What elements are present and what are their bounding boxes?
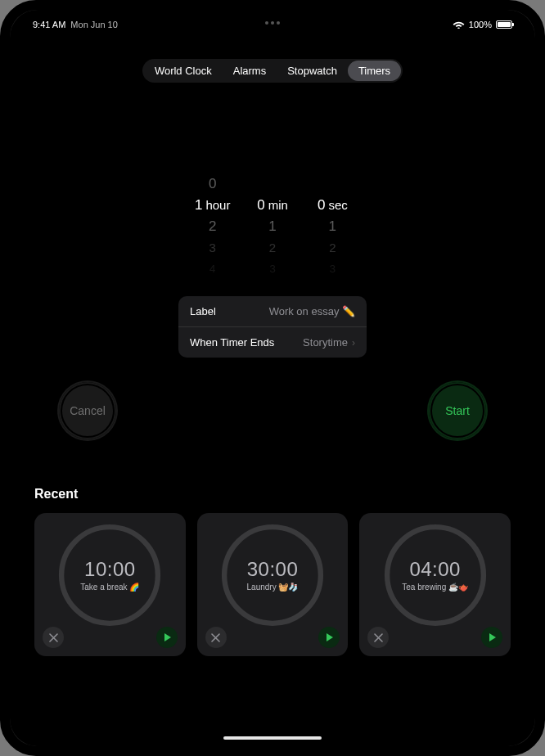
ipad-device-frame: 9:41 AM Mon Jun 10 100% World ClockAlarm…: [0, 0, 545, 756]
play-timer-button[interactable]: [318, 627, 340, 648]
recent-timer-card[interactable]: 04:00 Tea brewing ☕️🫖: [359, 513, 511, 656]
tab-bar: World ClockAlarmsStopwatchTimers: [142, 59, 403, 83]
timer-label: Take a break 🌈: [72, 583, 147, 592]
ends-title: When Timer Ends: [190, 336, 274, 349]
time-picker[interactable]: 0 1hour 2 3 4 0min 1 2 3 0sec 1: [182, 173, 363, 280]
label-title: Label: [190, 305, 216, 317]
delete-timer-button[interactable]: [205, 627, 227, 648]
delete-timer-button[interactable]: [367, 627, 389, 648]
picker-hours-column[interactable]: 0 1hour 2 3 4: [182, 173, 242, 280]
when-timer-ends-row[interactable]: When Timer Ends Storytime ›: [178, 326, 367, 358]
start-button[interactable]: Start: [429, 382, 486, 439]
timer-dial: 04:00 Tea brewing ☕️🫖: [383, 523, 488, 628]
multitask-indicator[interactable]: [265, 21, 280, 25]
screen: 9:41 AM Mon Jun 10 100% World ClockAlarm…: [10, 10, 535, 746]
tab-stopwatch[interactable]: Stopwatch: [277, 61, 348, 81]
tab-world-clock[interactable]: World Clock: [144, 61, 223, 81]
chevron-right-icon: ›: [352, 337, 355, 349]
tab-timers[interactable]: Timers: [348, 61, 401, 81]
status-bar: 9:41 AM Mon Jun 10 100%: [10, 15, 535, 34]
recent-timer-card[interactable]: 10:00 Take a break 🌈: [34, 513, 186, 656]
picker-minutes-column[interactable]: 0min 1 2 3: [242, 173, 302, 280]
play-timer-button[interactable]: [156, 627, 178, 648]
timer-label: Tea brewing ☕️🫖: [394, 583, 476, 592]
recent-timer-card[interactable]: 30:00 Laundry 🧺🧦: [197, 513, 349, 656]
timer-options: Label Work on essay ✏️ When Timer Ends S…: [178, 296, 367, 358]
picker-seconds-column[interactable]: 0sec 1 2 3: [303, 173, 363, 280]
cancel-button[interactable]: Cancel: [59, 382, 116, 439]
recent-heading: Recent: [34, 487, 511, 502]
status-date: Mon Jun 10: [70, 20, 117, 29]
timer-time: 04:00: [409, 558, 461, 581]
timer-dial: 30:00 Laundry 🧺🧦: [220, 523, 325, 628]
home-indicator[interactable]: [223, 736, 322, 740]
label-row[interactable]: Label Work on essay ✏️: [178, 296, 367, 326]
timer-label: Laundry 🧺🧦: [239, 583, 307, 592]
battery-pct: 100%: [469, 20, 492, 29]
close-icon: [211, 633, 220, 642]
play-timer-button[interactable]: [481, 627, 502, 648]
delete-timer-button[interactable]: [43, 627, 64, 648]
label-value: Work on essay ✏️: [269, 305, 355, 317]
recent-section: Recent 10:00 Take a break 🌈: [34, 487, 511, 656]
tab-alarms[interactable]: Alarms: [223, 61, 277, 81]
play-icon: [326, 632, 334, 642]
status-time: 9:41 AM: [33, 20, 65, 29]
close-icon: [49, 633, 58, 642]
close-icon: [374, 633, 383, 642]
play-icon: [164, 632, 172, 642]
timer-time: 30:00: [247, 558, 299, 581]
ends-value: Storytime: [303, 336, 348, 349]
timer-dial: 10:00 Take a break 🌈: [57, 523, 162, 628]
wifi-icon: [453, 20, 465, 30]
battery-icon: [496, 20, 512, 29]
timer-time: 10:00: [84, 558, 136, 581]
play-icon: [489, 632, 497, 642]
